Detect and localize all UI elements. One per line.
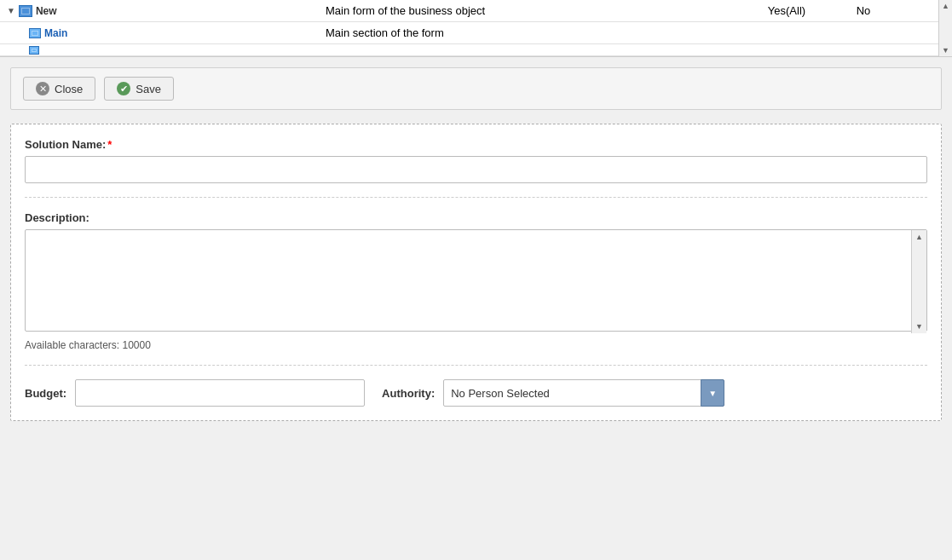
scroll-up-arrow[interactable]: ▲ <box>942 2 949 10</box>
authority-select[interactable]: No Person Selected <box>443 379 724 407</box>
authority-field: Authority: No Person Selected ▼ <box>382 379 724 407</box>
tree-node-icon <box>19 5 32 17</box>
solution-name-label: Solution Name: * <box>25 138 927 151</box>
row-label-main: Main <box>44 27 67 39</box>
row-yesall-new: Yes(All) <box>768 4 805 17</box>
solution-name-group: Solution Name: * <box>25 138 927 198</box>
row-description-new: Main form of the business object <box>326 4 485 17</box>
table-row-partial <box>0 44 952 56</box>
budget-label: Budget: <box>25 387 66 400</box>
description-group: Description: ▲ ▼ Available characters: 1… <box>25 211 927 366</box>
required-indicator: * <box>107 138 112 151</box>
inline-fields-row: Budget: Authority: No Person Selected ▼ <box>25 379 927 407</box>
chevron-down-icon[interactable]: ▼ <box>7 6 15 15</box>
budget-input[interactable] <box>75 379 365 407</box>
top-table-area: ▼ New Main form of the business object Y… <box>0 0 952 57</box>
description-textarea[interactable] <box>25 229 927 332</box>
save-label: Save <box>136 83 161 95</box>
form-section: Solution Name: * Description: ▲ ▼ Availa… <box>10 124 942 421</box>
close-button[interactable]: ✕ Close <box>23 77 95 101</box>
row-no-new: No <box>857 4 871 17</box>
textarea-scroll-up[interactable]: ▲ <box>915 233 923 241</box>
save-button[interactable]: ✔ Save <box>104 77 174 101</box>
textarea-wrapper: ▲ ▼ <box>25 229 927 334</box>
table-row[interactable]: Main Main section of the form <box>0 22 952 44</box>
budget-field: Budget: <box>25 379 365 407</box>
close-icon: ✕ <box>36 82 49 95</box>
row-description-main: Main section of the form <box>326 26 444 39</box>
description-label: Description: <box>25 211 927 224</box>
tree-sub-icon <box>29 28 41 38</box>
toolbar: ✕ Close ✔ Save <box>10 67 942 110</box>
budget-authority-group: Budget: Authority: No Person Selected ▼ <box>25 379 927 407</box>
solution-name-input[interactable] <box>25 156 927 183</box>
char-count: Available characters: 10000 <box>25 339 927 351</box>
close-label: Close <box>55 83 83 95</box>
scroll-down-arrow[interactable]: ▼ <box>942 46 949 55</box>
form-wrapper: ✕ Close ✔ Save Solution Name: * Descript… <box>0 57 952 431</box>
scrollbar[interactable]: ▲ ▼ <box>938 0 952 56</box>
save-icon: ✔ <box>117 82 130 95</box>
textarea-scrollbar[interactable]: ▲ ▼ <box>911 230 926 333</box>
tree-sub-icon-2 <box>29 46 39 55</box>
textarea-scroll-down[interactable]: ▼ <box>915 322 923 331</box>
table-row[interactable]: ▼ New Main form of the business object Y… <box>0 0 952 22</box>
authority-select-wrapper: No Person Selected ▼ <box>443 379 724 407</box>
row-label-new: New <box>36 5 57 17</box>
authority-label: Authority: <box>382 387 435 400</box>
